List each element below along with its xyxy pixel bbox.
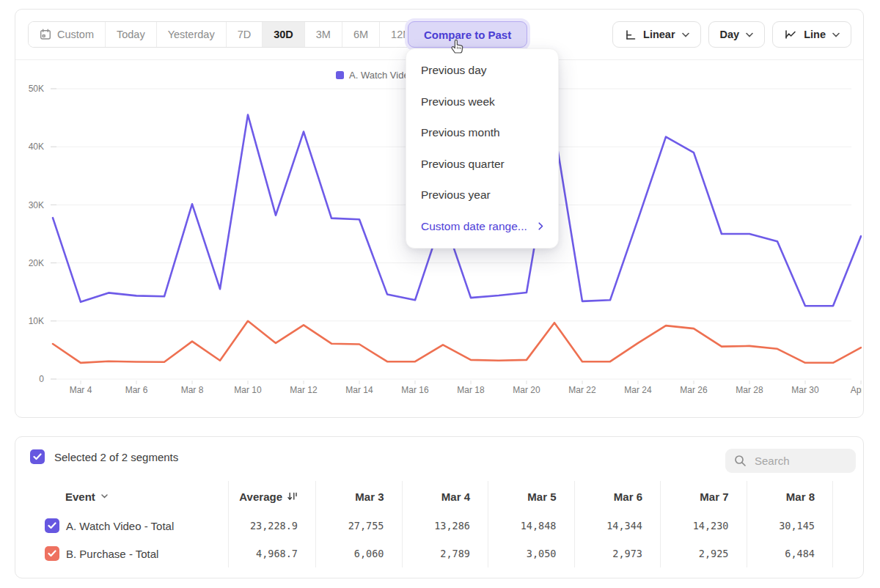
x-axis-label: Mar 8 [181, 385, 204, 395]
average-header-label: Average [239, 490, 282, 503]
table-value: 6,060 [315, 540, 402, 567]
range-button-6m[interactable]: 6M [342, 22, 379, 47]
range-button-label: Yesterday [168, 29, 215, 40]
table-row-event-watch-video[interactable]: A. Watch Video - Total [45, 512, 228, 540]
line-chart-icon [784, 29, 797, 40]
menu-item-previous-year[interactable]: Previous year [406, 180, 558, 211]
menu-item-custom-date-range[interactable]: Custom date range... [406, 211, 558, 243]
average-value: 23,228.9 [228, 512, 315, 540]
x-axis-label: Mar 14 [345, 385, 373, 395]
menu-item-previous-week[interactable]: Previous week [406, 87, 558, 118]
sort-descending-icon[interactable] [287, 492, 298, 501]
segments-selected-label: Selected 2 of 2 segments [54, 451, 178, 463]
table-value: 14,848 [488, 512, 574, 540]
compare-dropdown-menu: Previous dayPrevious weekPrevious monthP… [406, 48, 559, 249]
date-header-label: Mar 8 [786, 490, 815, 503]
table-value: 27,755 [315, 512, 402, 540]
event-header-label: Event [65, 490, 95, 503]
date-header-label: Mar 4 [441, 490, 470, 503]
column-header-mar-5: Mar 5 [488, 481, 574, 512]
segment-checkbox[interactable] [45, 546, 59, 561]
interval-select-label: Day [720, 29, 740, 40]
table-value-truncated: 15, [832, 512, 864, 540]
chevron-down-icon [101, 494, 108, 499]
range-button-label: Today [117, 29, 145, 40]
column-header-mar-6: Mar 6 [574, 481, 661, 512]
chevron-down-icon [746, 32, 753, 37]
x-axis-label: Mar 18 [457, 385, 485, 395]
scale-select[interactable]: Linear [612, 21, 701, 48]
range-button-7d[interactable]: 7D [226, 22, 263, 47]
y-axis-label: 50K [29, 84, 44, 94]
menu-item-previous-month[interactable]: Previous month [406, 117, 558, 149]
column-header-mar-7: Mar 7 [660, 481, 747, 512]
x-axis-label: Mar 16 [401, 385, 429, 395]
y-axis-label: 10K [29, 316, 44, 326]
scale-select-label: Linear [643, 29, 675, 40]
range-button-yesterday[interactable]: Yesterday [156, 22, 226, 47]
range-button-custom[interactable]: Custom [29, 22, 105, 47]
menu-item-label: Custom date range... [421, 220, 527, 233]
table-value: 14,230 [660, 512, 747, 540]
date-header-label: Mar 5 [527, 490, 556, 503]
x-axis-label: Apr 1 [851, 385, 862, 395]
mouse-cursor-hand-icon [449, 36, 466, 57]
table-value: 3,050 [488, 540, 574, 567]
range-button-label: Custom [57, 29, 94, 40]
range-button-label: 7D [238, 29, 252, 40]
column-header-mar-3: Mar 3 [315, 481, 402, 512]
x-axis-label: Mar 26 [680, 385, 708, 395]
table-value: 30,145 [747, 512, 833, 540]
range-button-label: 3M [316, 29, 331, 40]
chevron-right-icon [538, 222, 543, 230]
segments-table: EventAverageMar 3Mar 4Mar 5Mar 6Mar 7Mar… [45, 481, 864, 567]
menu-item-previous-quarter[interactable]: Previous quarter [406, 149, 558, 180]
table-value: 2,973 [574, 540, 661, 567]
series-line-purchase [53, 321, 861, 363]
chart-type-select-label: Line [804, 29, 826, 40]
chart-type-select[interactable]: Line [772, 21, 851, 48]
calendar-icon [40, 29, 51, 40]
x-axis-label: Mar 12 [290, 385, 318, 395]
x-axis-label: Mar 24 [624, 385, 652, 395]
linear-axis-icon [624, 29, 637, 41]
y-axis-label: 30K [29, 200, 44, 210]
search-input[interactable] [753, 454, 847, 468]
column-header-mar-8: Mar 8 [747, 481, 833, 512]
table-value: 6,484 [747, 540, 833, 567]
x-axis-label: Mar 22 [568, 385, 596, 395]
x-axis-label: Mar 6 [125, 385, 148, 395]
chart-options-toolbar: Linear Day Line [612, 21, 851, 48]
range-button-label: 6M [353, 29, 368, 40]
search-box[interactable] [725, 449, 856, 473]
range-button-3m[interactable]: 3M [304, 22, 342, 47]
chevron-down-icon [682, 32, 689, 37]
range-button-30d[interactable]: 30D [262, 22, 304, 47]
date-range-control: CustomTodayYesterday7D30D3M6M12M [28, 21, 423, 48]
compare-to-past-button[interactable]: Compare to Past [408, 21, 527, 48]
search-icon [734, 455, 747, 467]
table-value: 14,344 [574, 512, 661, 540]
segment-checkbox[interactable] [45, 518, 59, 533]
column-header-event[interactable]: Event [45, 481, 228, 512]
x-axis-label: Mar 20 [513, 385, 540, 395]
date-header-label: Mar 6 [614, 490, 642, 503]
select-all-checkbox[interactable] [30, 449, 45, 464]
column-header-average[interactable]: Average [228, 481, 315, 512]
range-button-today[interactable]: Today [105, 22, 156, 47]
date-header-label: Mar 7 [700, 490, 728, 503]
menu-item-previous-day[interactable]: Previous day [406, 55, 558, 87]
interval-select[interactable]: Day [708, 21, 766, 48]
x-axis-label: Mar 10 [234, 385, 262, 395]
table-row-event-purchase[interactable]: B. Purchase - Total [45, 540, 228, 567]
y-axis-label: 20K [29, 258, 44, 268]
column-header-mar-4: Mar 4 [402, 481, 488, 512]
segment-label: A. Watch Video - Total [66, 520, 174, 532]
x-axis-label: Mar 30 [791, 385, 819, 395]
table-value: 2,789 [402, 540, 488, 567]
table-value: 13,286 [402, 512, 488, 540]
range-button-label: 30D [274, 29, 293, 40]
chevron-down-icon [832, 32, 840, 37]
date-header-label: Mar 3 [355, 490, 384, 503]
table-value-truncated: 3, [832, 540, 864, 567]
